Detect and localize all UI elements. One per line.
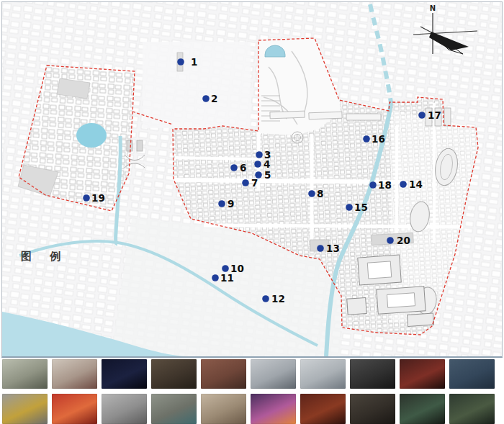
marker-dot [212,274,219,281]
thumbnail-20-night-street-trees[interactable] [449,394,495,424]
marker-dot [317,245,324,252]
thumbnail-16-colorful-lantern-festival[interactable] [251,394,296,424]
marker-number: 19 [91,192,105,204]
marker-number: 16 [372,133,385,145]
marker-dot [256,151,263,158]
marker-number: 5 [264,169,271,181]
thumbnail-7-historic-white-facade[interactable] [300,359,346,389]
marker-number: 7 [251,177,258,189]
marker-number: 9 [228,198,234,209]
marker-number: 1 [191,56,197,68]
figure: N 图 例 1234567891011121314151617181920 [0,0,504,424]
thumbnail-10-blue-wall-museum-room[interactable] [449,359,495,389]
thumbnail-8-bw-figure-display[interactable] [350,359,395,389]
marker-number: 6 [240,162,246,173]
marker-dot [242,179,249,186]
marker-dot [369,181,377,189]
legend-label: 图 例 [21,250,68,263]
photo-strip-row-2 [2,394,495,424]
thumbnail-12-red-textile-strips[interactable] [52,394,97,424]
thumbnail-9-red-lantern-shrine[interactable] [400,359,445,389]
city-map: N 图 例 1234567891011121314151617181920 [2,2,502,356]
marker-number: 20 [397,235,410,246]
thumbnail-1-old-shopfront-street[interactable] [2,359,48,389]
marker-dot [346,204,353,211]
marker-dot [400,181,407,188]
map-area: N 图 例 1234567891011121314151617181920 [1,1,503,358]
thumbnail-17-temple-interior-red[interactable] [300,394,346,424]
thumbnail-15-temple-curved-roof[interactable] [201,394,246,424]
thumbnail-3-night-puppet-performance[interactable] [102,359,147,389]
thumbnail-19-shrine-arch-green-glow[interactable] [400,394,445,424]
north-label: N [430,4,436,12]
marker-dot [308,190,315,197]
marker-number: 17 [428,109,441,121]
marker-number: 18 [378,179,392,191]
marker-number: 12 [271,293,285,305]
thumbnail-11-golden-woven-artifact[interactable] [2,394,48,424]
marker-number: 15 [354,202,368,213]
marker-dot [202,95,210,102]
marker-number: 8 [317,188,323,199]
lake [76,123,107,148]
marker-dot [262,295,269,302]
thumbnail-5-red-column-hall[interactable] [201,359,246,389]
marker-number: 2 [211,93,217,104]
marker-number: 14 [409,179,423,190]
thumbnail-4-exhibition-hall-interior[interactable] [151,359,197,389]
thumbnail-2-shop-entrance-red-banner[interactable] [52,359,97,389]
marker-dot [222,265,229,272]
marker-dot [363,135,370,143]
thumbnail-13-bw-theatre-hall[interactable] [102,394,147,424]
marker-dot [418,112,426,119]
marker-dot [254,161,261,168]
marker-dot [83,194,90,202]
marker-number: 4 [264,158,270,170]
open-area-north [143,42,251,128]
thumbnail-18-dark-machinery-exhibit[interactable] [350,394,395,424]
thumbnail-6-colonial-arcade-building[interactable] [251,359,296,389]
marker-dot [177,58,184,66]
photo-strip-row-1 [2,359,495,389]
marker-dot [218,200,225,207]
marker-dot [230,164,238,171]
marker-number: 13 [326,243,340,254]
thumbnail-14-courtyard-with-pool[interactable] [151,394,197,424]
marker-number: 11 [220,272,234,284]
marker-dot [387,237,394,244]
